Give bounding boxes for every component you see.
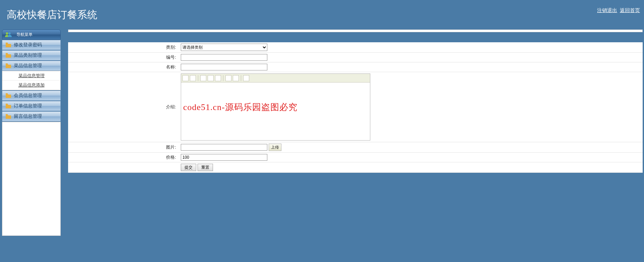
folder-icon bbox=[6, 104, 11, 108]
folder-icon bbox=[6, 114, 11, 119]
toolbar-btn-icon[interactable] bbox=[233, 75, 239, 81]
nav-sub: 菜品信息管理 菜品信息添加 bbox=[2, 71, 61, 90]
svg-rect-5 bbox=[6, 93, 8, 94]
toolbar-btn-icon[interactable] bbox=[225, 75, 231, 81]
editor-body[interactable]: code51.cn-源码乐园盗图必究 bbox=[181, 83, 370, 140]
sidebar-item-label: 菜品类别管理 bbox=[14, 52, 42, 58]
sidebar-item-label: 菜品信息管理 bbox=[14, 63, 42, 69]
toolbar-separator bbox=[241, 75, 241, 81]
upload-button[interactable]: 上传 bbox=[269, 144, 281, 151]
toolbar-separator bbox=[198, 75, 198, 81]
form-table: 类别: 请选择类别 编号: 名称: 介绍: bbox=[68, 42, 643, 173]
category-select[interactable]: 请选择类别 bbox=[181, 44, 267, 51]
svg-point-1 bbox=[8, 32, 11, 35]
folder-icon bbox=[6, 43, 11, 47]
intro-label: 介绍: bbox=[68, 72, 179, 142]
toolbar-btn-icon[interactable] bbox=[243, 75, 249, 81]
category-label: 类别: bbox=[68, 42, 179, 53]
price-label: 价格: bbox=[68, 153, 179, 162]
toolbar-separator bbox=[223, 75, 223, 81]
logout-link[interactable]: 注销退出 bbox=[597, 7, 617, 13]
svg-rect-7 bbox=[6, 114, 8, 115]
toolbar-btn-icon[interactable] bbox=[190, 75, 196, 81]
sub-item-dish-add[interactable]: 菜品信息添加 bbox=[2, 81, 60, 90]
empty-label bbox=[68, 162, 179, 173]
sidebar-item-label: 留言信息管理 bbox=[14, 113, 42, 119]
svg-rect-3 bbox=[6, 53, 8, 54]
toolbar-btn-icon[interactable] bbox=[200, 75, 206, 81]
watermark-text: code51.cn-源码乐园盗图必究 bbox=[183, 101, 298, 113]
folder-icon bbox=[6, 53, 11, 58]
main: 导航菜单 修改登录密码 菜品类别管理 菜品信息管理 菜品信息管理 菜品信息添加 … bbox=[0, 28, 644, 262]
image-input[interactable] bbox=[181, 144, 267, 151]
reset-button[interactable]: 重置 bbox=[198, 164, 213, 171]
svg-rect-6 bbox=[6, 104, 8, 105]
sub-item-dish-manage[interactable]: 菜品信息管理 bbox=[2, 71, 60, 81]
sidebar-item-password[interactable]: 修改登录密码 bbox=[2, 40, 61, 50]
svg-rect-4 bbox=[6, 63, 8, 64]
rich-editor: code51.cn-源码乐园盗图必究 bbox=[181, 73, 370, 141]
price-input[interactable] bbox=[181, 154, 267, 161]
code-input[interactable] bbox=[181, 54, 267, 61]
sidebar-item-label: 修改登录密码 bbox=[14, 42, 42, 48]
editor-toolbar bbox=[181, 74, 370, 83]
sidebar-item-category[interactable]: 菜品类别管理 bbox=[2, 50, 61, 60]
app-title: 高校快餐店订餐系统 bbox=[7, 8, 97, 22]
people-icon bbox=[5, 32, 12, 37]
sidebar-item-member[interactable]: 会员信息管理 bbox=[2, 91, 61, 101]
sidebar-bottom bbox=[2, 122, 61, 236]
name-input[interactable] bbox=[181, 64, 267, 70]
toolbar-btn-icon[interactable] bbox=[182, 75, 189, 81]
sidebar-item-message[interactable]: 留言信息管理 bbox=[2, 111, 61, 121]
header-links: 注销退出 返回首页 bbox=[596, 7, 640, 14]
folder-icon bbox=[6, 63, 11, 68]
content-wrap: 类别: 请选择类别 编号: 名称: 介绍: bbox=[63, 28, 644, 262]
content-top-bar bbox=[68, 30, 643, 32]
sidebar-item-order[interactable]: 订单信息管理 bbox=[2, 101, 61, 111]
code-label: 编号: bbox=[68, 53, 179, 62]
svg-rect-2 bbox=[6, 43, 8, 44]
toolbar-btn-icon[interactable] bbox=[215, 75, 221, 81]
home-link[interactable]: 返回首页 bbox=[620, 7, 640, 13]
toolbar-btn-icon[interactable] bbox=[208, 75, 214, 81]
sidebar: 导航菜单 修改登录密码 菜品类别管理 菜品信息管理 菜品信息管理 菜品信息添加 … bbox=[0, 28, 63, 262]
nav-header: 导航菜单 bbox=[2, 30, 61, 40]
nav-header-label: 导航菜单 bbox=[16, 32, 33, 38]
sidebar-item-label: 订单信息管理 bbox=[14, 103, 42, 109]
folder-icon bbox=[6, 93, 11, 98]
submit-button[interactable]: 提交 bbox=[181, 164, 196, 171]
image-label: 图片: bbox=[68, 142, 179, 153]
svg-point-0 bbox=[6, 32, 8, 35]
sidebar-item-dish-info[interactable]: 菜品信息管理 bbox=[2, 61, 61, 71]
content: 类别: 请选择类别 编号: 名称: 介绍: bbox=[68, 42, 643, 173]
name-label: 名称: bbox=[68, 62, 179, 72]
header: 高校快餐店订餐系统 注销退出 返回首页 bbox=[0, 0, 644, 28]
sidebar-item-label: 会员信息管理 bbox=[14, 93, 42, 99]
